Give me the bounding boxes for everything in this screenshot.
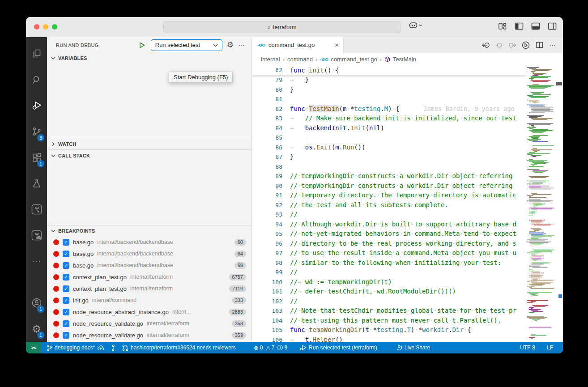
line-number[interactable]: 106 (252, 335, 282, 342)
line-number[interactable]: 90 (252, 181, 282, 191)
pull-request-status-item[interactable]: hashicorp/terraform#36524 needs reviewer… (122, 344, 236, 351)
close-window-button[interactable] (34, 24, 39, 30)
breakpoint-row[interactable]: ✓context_plan_test.gointernal/terraform6… (47, 271, 251, 283)
code-line[interactable]: 83→//·Make·sure·backend·init·is·initiali… (252, 114, 526, 123)
code-line[interactable]: 88 (252, 162, 526, 172)
breakpoint-row[interactable]: ✓node_resource_validate.gointernal/terra… (47, 329, 251, 341)
command-center-search[interactable]: ⌕ terraform (163, 21, 401, 33)
line-number[interactable]: 92 (252, 200, 282, 210)
breakpoint-row[interactable]: ✓node_resource_abstract_instance.gointer… (47, 306, 251, 318)
breadcrumb-symbol[interactable]: TestMain (393, 56, 416, 63)
tab-command-test-go[interactable]: -GO command_test.go × (252, 37, 344, 53)
customize-layout-icon[interactable] (498, 22, 507, 30)
sticky-scroll-header[interactable]: 62func·init()·{ (252, 65, 526, 75)
code-line[interactable]: 92//·the·test·and·all·its·subtests·compl… (252, 200, 526, 210)
eol-status-item[interactable]: LF (547, 344, 553, 351)
code-line[interactable]: 95//·not-yet-migrated·behaviors·in·comma… (252, 229, 526, 239)
editor-more-actions-icon[interactable]: ⋯ (549, 41, 556, 49)
line-number[interactable]: 99 (252, 268, 282, 277)
breakpoint-row[interactable]: ✓base.gointernal/backend/backendbase64 (47, 248, 251, 259)
copilot-menu[interactable] (409, 22, 422, 29)
line-number[interactable]: 100 (252, 277, 282, 287)
source-control-icon[interactable]: 3 (26, 120, 47, 143)
code-line[interactable]: 106→t.Helper() (252, 335, 526, 342)
breakpoint-icon[interactable] (53, 274, 59, 280)
breakpoint-row[interactable]: ✓node_resource_validate.gointernal/terra… (47, 318, 251, 329)
code-line[interactable]: 85 (252, 133, 526, 143)
terraform-cloud-icon[interactable] (26, 224, 47, 247)
breakpoint-checkbox[interactable]: ✓ (63, 239, 69, 246)
search-view-icon[interactable] (26, 68, 47, 91)
close-tab-icon[interactable]: × (335, 41, 339, 49)
code-line[interactable]: 87} (252, 152, 526, 162)
line-number[interactable]: 105 (252, 325, 282, 335)
additional-views-icon[interactable]: ··· (26, 250, 47, 272)
line-number[interactable]: 80 (252, 85, 282, 95)
breakpoint-checkbox[interactable]: ✓ (63, 297, 69, 304)
explorer-icon[interactable] (26, 43, 47, 65)
line-number[interactable]: 95 (252, 229, 282, 239)
debug-configuration-dropdown[interactable]: Run selected test (151, 39, 222, 51)
code-line[interactable]: 82func·TestMain(m·*testing.M)·{James Bar… (252, 104, 526, 114)
breadcrumb-file[interactable]: command_test.go (331, 56, 377, 63)
code-line[interactable]: 79→} (252, 75, 526, 85)
breakpoint-checkbox[interactable]: ✓ (63, 274, 69, 281)
code-line[interactable]: 94//·Although·workdir.Dir·is·built·to·su… (252, 220, 526, 230)
breakpoint-row[interactable]: ✓context_plan_test.gointernal/terraform7… (47, 283, 251, 294)
breakpoint-checkbox[interactable]: ✓ (63, 320, 69, 327)
code-line[interactable]: 89//·tempWorkingDir·constructs·a·workdir… (252, 171, 526, 181)
code-line[interactable]: 102// (252, 297, 526, 306)
line-number[interactable]: 89 (252, 171, 282, 181)
breakpoint-icon[interactable] (53, 251, 59, 257)
code-line[interactable]: 103//·Note·that·testChdir·modifies·globa… (252, 306, 526, 316)
line-number[interactable]: 93 (252, 210, 282, 220)
code-line[interactable]: 104//·test·using·this·pattern·must·never… (252, 316, 526, 326)
editor-scrollbar[interactable] (556, 65, 563, 342)
line-number[interactable]: 103 (252, 306, 282, 316)
code-line[interactable]: 81 (252, 94, 526, 104)
line-number[interactable]: 97 (252, 248, 282, 258)
line-number[interactable]: 91 (252, 191, 282, 200)
line-number[interactable]: 101 (252, 287, 282, 297)
run-or-debug-icon[interactable] (522, 41, 530, 49)
minimize-window-button[interactable] (43, 24, 48, 30)
line-number[interactable]: 79 (252, 75, 282, 85)
terraform-icon[interactable] (26, 198, 47, 221)
breakpoint-icon[interactable] (53, 309, 59, 315)
breakpoint-row[interactable]: ✓init.gointernal/command333 (47, 294, 251, 306)
watch-section-header[interactable]: WATCH (47, 138, 251, 150)
code-line[interactable]: 97//·to·use·the·result·inside·a·command.… (252, 248, 526, 258)
code-line[interactable]: 62func·init()·{ (252, 65, 526, 75)
minimap[interactable] (526, 65, 556, 342)
breakpoint-icon[interactable] (53, 286, 59, 292)
line-number[interactable]: 104 (252, 316, 282, 326)
go-back-icon[interactable] (496, 42, 502, 49)
toggle-primary-sidebar-icon[interactable] (515, 22, 524, 30)
live-share-status-item[interactable]: Live Share (396, 344, 430, 351)
code-line[interactable]: 90//·tempWorkingDir·constructs·a·workdir… (252, 181, 526, 191)
code-line[interactable]: 91//·temporary·directory.·The·temporary·… (252, 191, 526, 200)
toggle-panel-icon[interactable] (531, 22, 540, 30)
start-debugging-button[interactable] (138, 41, 146, 49)
breakpoint-icon[interactable] (53, 239, 59, 245)
code-line[interactable]: 101//→defer·testChdir(t,·wd.RootModuleDi… (252, 287, 526, 297)
breadcrumb-command[interactable]: command (287, 56, 313, 63)
code-line[interactable]: 93// (252, 210, 526, 220)
code-line[interactable]: 84→backendInit.Init(nil) (252, 123, 526, 133)
run-and-debug-icon[interactable] (26, 94, 47, 117)
debug-settings-gear-icon[interactable]: ⚙ (227, 40, 234, 50)
code-line[interactable]: 98//·similar·to·the·following·when·initi… (252, 258, 526, 268)
line-number[interactable]: 87 (252, 152, 282, 162)
breadcrumb-internal[interactable]: internal (261, 56, 280, 63)
breakpoints-section-header[interactable]: BREAKPOINTS (47, 225, 251, 236)
line-number[interactable]: 62 (252, 65, 282, 75)
code-line[interactable]: 100//→wd·:=·tempWorkingDir(t) (252, 277, 526, 287)
line-number[interactable]: 84 (252, 123, 282, 133)
line-number[interactable]: 83 (252, 114, 282, 123)
line-number[interactable]: 86 (252, 143, 282, 153)
run-test-status-item[interactable]: Run selected test (terraform) (300, 344, 377, 351)
remote-indicator[interactable]: >< (26, 342, 41, 353)
zoom-window-button[interactable] (52, 24, 57, 30)
line-number[interactable]: 82 (252, 104, 282, 114)
go-to-last-edit-icon[interactable] (482, 42, 490, 49)
